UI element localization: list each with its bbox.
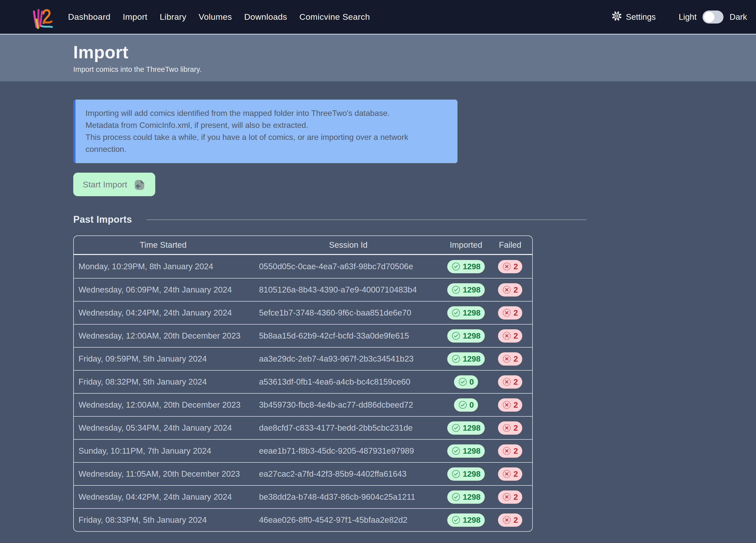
check-circle-icon — [458, 400, 467, 409]
imported-badge: 1298 — [447, 352, 485, 366]
imported-badge: 1298 — [447, 444, 485, 458]
time-started-cell: Wednesday, 12:00AM, 20th December 2023 — [74, 393, 253, 416]
table-row: Wednesday, 12:00AM, 20th December 20235b… — [74, 324, 532, 347]
check-circle-icon — [451, 354, 461, 363]
nav-item-comicvine-search[interactable]: Comicvine Search — [299, 12, 370, 22]
failed-badge: 2 — [498, 490, 522, 504]
imported-badge: 0 — [454, 375, 478, 389]
imported-count: 1298 — [463, 515, 481, 525]
navbar-right: Settings Light Dark — [611, 11, 747, 24]
session-id-cell: dae8cfd7-c833-4177-bedd-2bb5cbc231de — [253, 416, 444, 439]
failed-badge: 2 — [498, 398, 522, 412]
failed-cell: 2 — [488, 255, 532, 278]
table-row: Wednesday, 04:24PM, 24th January 20245ef… — [74, 301, 532, 324]
failed-count: 2 — [513, 446, 518, 456]
failed-badge: 2 — [498, 260, 522, 273]
failed-badge: 2 — [498, 283, 522, 297]
x-circle-icon — [502, 515, 511, 524]
time-started-cell: Wednesday, 06:09PM, 24th January 2024 — [74, 278, 253, 301]
failed-badge: 2 — [498, 421, 522, 435]
failed-cell: 2 — [488, 416, 532, 439]
theme-toggle-switch[interactable] — [703, 11, 723, 24]
check-circle-icon — [451, 515, 461, 524]
nav-item-dashboard[interactable]: Dashboard — [68, 12, 111, 22]
section-divider — [147, 219, 587, 220]
time-started-cell: Friday, 08:32PM, 5th January 2024 — [74, 370, 253, 393]
imported-count: 1298 — [463, 423, 481, 433]
time-started-cell: Monday, 10:29PM, 8th January 2024 — [74, 255, 253, 278]
check-circle-icon — [451, 469, 461, 478]
nav-item-settings[interactable]: Settings — [611, 11, 656, 24]
failed-count: 2 — [513, 377, 518, 387]
failed-cell: 2 — [488, 485, 532, 508]
failed-count: 2 — [513, 354, 518, 364]
top-navbar: Dashboard Import Library Volumes Downloa… — [0, 0, 756, 35]
imported-count: 1298 — [463, 262, 481, 271]
x-circle-icon — [502, 331, 511, 340]
failed-badge: 2 — [498, 467, 522, 481]
imported-count: 0 — [469, 400, 474, 410]
imported-cell: 1298 — [444, 485, 488, 508]
time-started-cell: Wednesday, 04:42PM, 24th January 2024 — [74, 485, 253, 508]
imported-badge: 1298 — [447, 283, 485, 297]
failed-cell: 2 — [488, 508, 532, 531]
failed-count: 2 — [513, 423, 518, 433]
check-circle-icon — [451, 262, 461, 271]
session-id-cell: 5b8aa15d-62b9-42cf-bcfd-33a0de9fe615 — [253, 324, 444, 347]
imported-badge: 1298 — [447, 260, 485, 273]
notice-line: Metadata from ComicInfo.xml, if present,… — [85, 119, 447, 131]
failed-badge: 2 — [498, 329, 522, 343]
past-imports-table: Time Started Session Id Imported Failed … — [73, 235, 533, 532]
failed-badge: 2 — [498, 375, 522, 389]
imported-cell: 1298 — [444, 416, 488, 439]
imported-cell: 1298 — [444, 301, 488, 324]
session-id-cell: 0550d05c-0cae-4ea7-a63f-98bc7d70506e — [253, 255, 444, 278]
table-row: Friday, 08:33PM, 5th January 202446eae02… — [74, 508, 532, 531]
table-header-row: Time Started Session Id Imported Failed — [74, 236, 532, 255]
imported-count: 0 — [469, 377, 474, 387]
imported-cell: 1298 — [444, 347, 488, 370]
theme-toggle-group: Light Dark — [679, 11, 747, 24]
failed-cell: 2 — [488, 301, 532, 324]
x-circle-icon — [502, 308, 511, 317]
x-circle-icon — [502, 492, 511, 501]
column-header-time-started: Time Started — [74, 236, 253, 255]
nav-item-library[interactable]: Library — [160, 12, 187, 22]
past-imports-section: Past Imports Time Started Session Id Imp… — [73, 214, 587, 532]
threetwo-logo[interactable] — [31, 5, 53, 29]
imported-badge: 1298 — [447, 513, 485, 527]
imported-badge: 1298 — [447, 421, 485, 435]
nav-item-import[interactable]: Import — [123, 12, 147, 22]
x-circle-icon — [502, 354, 511, 363]
failed-badge: 2 — [498, 444, 522, 458]
imported-count: 1298 — [463, 285, 481, 295]
nav-item-volumes[interactable]: Volumes — [199, 12, 232, 22]
time-started-cell: Friday, 09:59PM, 5th January 2024 — [74, 347, 253, 370]
check-circle-icon — [451, 308, 461, 317]
imported-count: 1298 — [463, 331, 481, 341]
failed-count: 2 — [513, 262, 518, 271]
failed-count: 2 — [513, 285, 518, 295]
table-row: Friday, 09:59PM, 5th January 2024aa3e29d… — [74, 347, 532, 370]
page-header: Import Import comics into the ThreeTwo l… — [0, 35, 756, 81]
imported-cell: 1298 — [444, 508, 488, 531]
imported-count: 1298 — [463, 492, 481, 502]
session-id-cell: ea27cac2-a7fd-42f3-85b9-4402ffa61643 — [253, 462, 444, 485]
file-import-icon — [133, 178, 146, 191]
navbar-left: Dashboard Import Library Volumes Downloa… — [31, 5, 382, 29]
session-id-cell: 8105126a-8b43-4390-a7e9-4000710483b4 — [253, 278, 444, 301]
imported-cell: 1298 — [444, 462, 488, 485]
failed-count: 2 — [513, 331, 518, 341]
session-id-cell: be38dd2a-b748-4d37-86cb-9604c25a1211 — [253, 485, 444, 508]
past-imports-table-body: Monday, 10:29PM, 8th January 20240550d05… — [74, 255, 532, 531]
table-row: Sunday, 10:11PM, 7th January 2024eeae1b7… — [74, 439, 532, 462]
time-started-cell: Wednesday, 04:24PM, 24th January 2024 — [74, 301, 253, 324]
x-circle-icon — [502, 469, 511, 478]
failed-count: 2 — [513, 308, 518, 318]
nav-item-downloads[interactable]: Downloads — [244, 12, 287, 22]
imported-cell: 0 — [444, 370, 488, 393]
time-started-cell: Wednesday, 12:00AM, 20th December 2023 — [74, 324, 253, 347]
failed-count: 2 — [513, 492, 518, 502]
notice-line: This process could take a while, if you … — [85, 131, 447, 155]
start-import-button[interactable]: Start Import — [73, 173, 155, 196]
